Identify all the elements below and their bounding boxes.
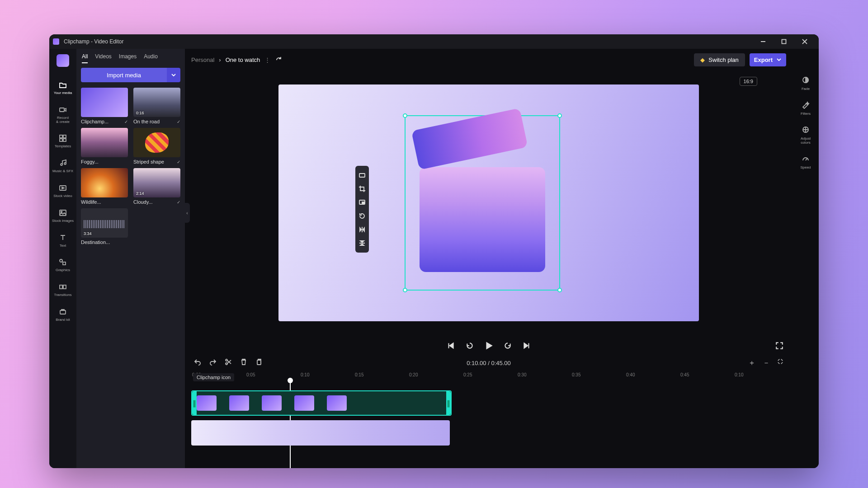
media-thumbnail[interactable]: 3:34 [81, 208, 128, 238]
play-button[interactable] [485, 342, 493, 350]
zoom-fit-button[interactable] [777, 358, 783, 368]
project-name[interactable]: One to watch [226, 56, 260, 63]
import-media-button[interactable]: Import media [81, 68, 167, 82]
zoom-out-button[interactable]: － [763, 358, 770, 368]
breadcrumb-sep: › [219, 56, 221, 63]
media-panel: AllVideosImagesAudio Import media Clipch… [76, 49, 185, 468]
fullscreen-button[interactable] [775, 342, 783, 350]
rail-stock-images[interactable]: Stock images [52, 208, 74, 223]
media-item[interactable]: 0:16On the road✓ [133, 88, 180, 124]
split-button[interactable] [225, 358, 232, 367]
ruler-mark: 0:40 [626, 372, 635, 377]
time-ruler[interactable]: 0:000:050:100:150:200:250:300:350:400:45… [185, 371, 793, 380]
selection-box[interactable] [405, 115, 560, 290]
tool-adjust[interactable]: Adjust colors [801, 126, 811, 145]
resize-handle-tl[interactable] [403, 113, 407, 118]
tool-speed[interactable]: Speed [800, 155, 811, 169]
ruler-mark: 0:10 [301, 372, 309, 377]
video-clip[interactable]: ∥ ∥ [191, 390, 452, 416]
media-thumbnail[interactable] [81, 88, 128, 117]
window-close[interactable] [794, 34, 815, 49]
media-item[interactable]: Wildlife... [81, 168, 128, 205]
timeline: 0:10.00 / 0:45.00 ＋ － 0:000:050:100:150:… [185, 354, 793, 468]
media-item[interactable]: 3:34Destination... [81, 208, 128, 245]
left-tool-rail: Your mediaRecord & createTemplatesMusic … [49, 49, 76, 468]
svg-rect-4 [60, 108, 64, 112]
media-name: Clipchamp... [81, 119, 108, 124]
media-name: Striped shape [133, 159, 164, 164]
selected-element[interactable] [420, 130, 546, 272]
next-button[interactable] [523, 342, 531, 350]
tool-filters[interactable]: Filters [801, 101, 811, 116]
media-tab-all[interactable]: All [82, 53, 88, 63]
background-clip[interactable] [191, 420, 450, 446]
import-media-dropdown[interactable] [167, 68, 180, 82]
tool-fade[interactable]: Fade [802, 76, 810, 91]
svg-rect-8 [63, 139, 66, 141]
clip-trim-right[interactable]: ∥ [446, 391, 451, 415]
resize-handle-bl[interactable] [403, 288, 407, 292]
svg-rect-5 [60, 135, 62, 138]
media-thumbnail[interactable] [81, 168, 128, 197]
brand-icon [58, 307, 67, 316]
media-item[interactable]: Striped shape✓ [133, 128, 180, 164]
sync-icon[interactable] [275, 56, 282, 64]
media-tab-audio[interactable]: Audio [144, 53, 158, 63]
media-item[interactable]: Foggy... [81, 128, 128, 164]
switch-plan-button[interactable]: ◆ Switch plan [694, 53, 745, 66]
prev-button[interactable] [447, 342, 455, 350]
resize-handle-tr[interactable] [557, 113, 562, 118]
rewind-button[interactable] [466, 342, 474, 350]
undo-button[interactable] [194, 358, 201, 367]
diamond-icon: ◆ [700, 56, 705, 63]
media-thumbnail[interactable]: 0:16 [133, 88, 180, 117]
forward-button[interactable] [504, 342, 512, 350]
fit-icon[interactable] [355, 169, 369, 182]
right-tool-rail: FadeFiltersAdjust colorsSpeed [793, 49, 819, 468]
rail-brand[interactable]: Brand kit [56, 307, 70, 322]
copy-button[interactable] [255, 358, 263, 367]
window-maximize[interactable] [774, 34, 794, 49]
preview-canvas[interactable] [278, 84, 699, 321]
rail-templates[interactable]: Templates [55, 134, 71, 149]
canvas-toolbar [355, 166, 369, 253]
zoom-add-button[interactable]: ＋ [748, 358, 755, 368]
delete-button[interactable] [240, 358, 247, 367]
media-thumbnail[interactable] [133, 128, 180, 157]
project-menu-icon[interactable]: ⋮ [264, 56, 270, 63]
rail-stock-video[interactable]: Stock video [53, 183, 72, 198]
rail-text[interactable]: Text [58, 233, 67, 248]
svg-rect-16 [60, 310, 66, 314]
window-minimize[interactable] [753, 34, 774, 49]
resize-handle-br[interactable] [557, 288, 562, 292]
tracks[interactable]: Clipchamp icon ∥ ∥ [185, 380, 793, 468]
media-name: Destination... [81, 239, 110, 245]
media-item[interactable]: Clipchamp...✓ [81, 88, 128, 124]
rail-transitions[interactable]: Transitions [54, 282, 72, 297]
breadcrumb-root[interactable]: Personal [191, 56, 214, 63]
ruler-mark: 0:45 [680, 372, 689, 377]
media-tab-images[interactable]: Images [119, 53, 137, 63]
media-thumbnail[interactable] [81, 128, 128, 157]
rail-graphics[interactable]: Graphics [56, 258, 70, 272]
collapse-panel-handle[interactable]: ‹ [184, 203, 190, 223]
flip-h-icon[interactable] [355, 223, 369, 236]
media-tab-videos[interactable]: Videos [95, 53, 111, 63]
flip-v-icon[interactable] [355, 236, 369, 250]
pip-icon[interactable] [355, 196, 369, 209]
rail-record[interactable]: Record & create [56, 105, 70, 124]
media-thumbnail[interactable]: 2:14 [133, 168, 180, 197]
rotate-icon[interactable] [355, 209, 369, 223]
export-button[interactable]: Export [750, 53, 786, 66]
svg-point-21 [226, 363, 227, 365]
clip-trim-left[interactable]: ∥ [192, 391, 197, 415]
duration-label: 2:14 [136, 191, 144, 196]
rail-music[interactable]: Music & SFX [52, 159, 73, 174]
chevron-down-icon [776, 57, 782, 62]
rail-your-media[interactable]: Your media [54, 80, 72, 95]
redo-button[interactable] [209, 358, 217, 367]
media-item[interactable]: 2:14Cloudy...✓ [133, 168, 180, 205]
ruler-mark: 0:35 [572, 372, 580, 377]
svg-rect-14 [60, 285, 62, 289]
crop-icon[interactable] [355, 182, 369, 196]
